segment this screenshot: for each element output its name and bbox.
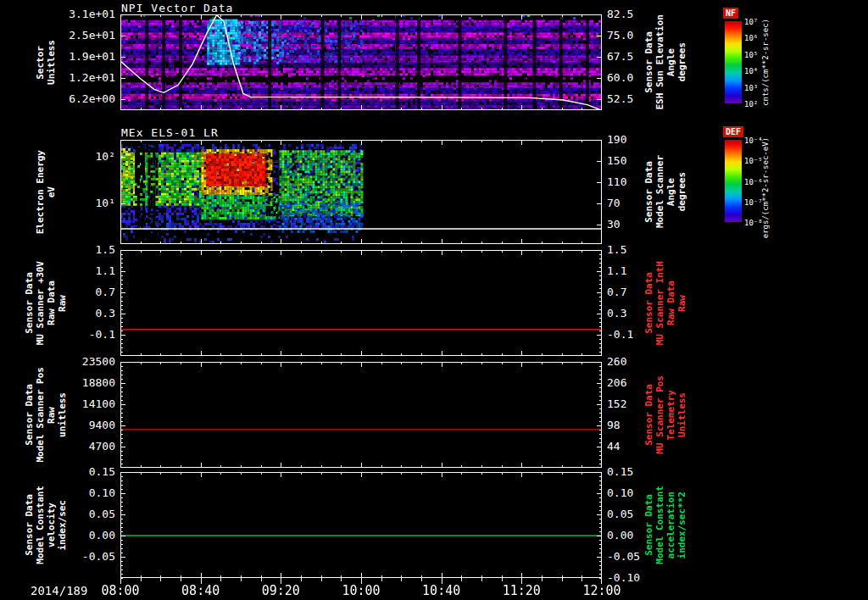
panel4-left-tick: 9400 (89, 419, 115, 431)
nf-colorbar-tick: 10⁵ (744, 51, 758, 59)
panel2-left-axis-label: Electron EnergyeV (22, 140, 70, 244)
def-colorbar-tick: 10⁻⁷ (744, 198, 763, 207)
def-colorbar-tick: 10⁻⁶ (744, 178, 763, 186)
panel5-right-axis-label: Sensor DataModel Constantaccelerationind… (639, 472, 692, 578)
panel2-right-axis-label: Sensor DataModel ScannerAngledegrees (639, 140, 692, 244)
x-axis-tick: 09:20 (262, 583, 300, 598)
model-constant-line-plot (120, 472, 602, 585)
x-axis-tick: 08:00 (101, 583, 139, 598)
panel4-right-tick: 152 (607, 397, 626, 410)
x-axis-tick: 10:40 (422, 583, 460, 598)
panel3-left-tick: 0.7 (96, 286, 115, 298)
panel5-left-axis-label-line: velocity (46, 503, 57, 547)
panel4-right-axis-label-line: Sensor Data (643, 384, 654, 446)
panel3-right-tick: 0.7 (607, 286, 626, 298)
panel5-right-axis-label-line: index/sec**2 (676, 492, 687, 558)
panel4-left-axis-label-line: Sensor Data (24, 384, 35, 446)
panel2-left-axis-label-line: eV (46, 186, 57, 197)
panel5-right-tick: -0.05 (607, 550, 640, 563)
panel3-left-axis-label: Sensor DataMU Scanner +30VRaw DataRaw (22, 250, 70, 356)
panel2-left-tick: 10¹ (96, 197, 115, 209)
panel3-right-tick: 0.3 (607, 307, 626, 319)
panel2-right-axis-label-line: degrees (676, 172, 687, 211)
panel4-left-tick: 18800 (82, 376, 115, 389)
panel1-left-tick: 2.5e+01 (69, 29, 115, 42)
panel1-right-axis-label-line: Angle (665, 48, 676, 76)
panel1-right-tick: 75.0 (607, 29, 633, 42)
panel4-right-axis-label: Sensor DataMU Scanner PosTelemetryUnitle… (639, 362, 692, 468)
panel2-right-tick: 110 (607, 175, 626, 188)
panel3-right-axis-label-line: Raw (676, 295, 687, 312)
def-colorbar-units: ergs/(cm**2-sr-sec-eV) (761, 137, 770, 238)
panel1-left-tick: 1.9e+01 (69, 50, 115, 63)
panel5-left-tick: 0.00 (89, 529, 115, 542)
panel3-right-tick: -0.1 (607, 328, 633, 341)
scanner-pos-line-plot (120, 362, 602, 468)
nf-colorbar-chip: NF (723, 8, 738, 19)
panel4-right-tick: 260 (607, 355, 626, 368)
panel2-right-tick: 70 (607, 197, 620, 209)
x-axis-tick: 11:20 (503, 583, 541, 598)
panel4-right-axis-label-line: MU Scanner Pos (654, 375, 665, 454)
panel4-right-tick: 98 (607, 419, 620, 431)
panel5-left-axis-label-line: index/sec (57, 500, 68, 551)
nf-colorbar-tick: 10³ (744, 84, 758, 92)
panel1-right-axis-label-line: degrees (676, 42, 687, 81)
panel3-left-axis-label-line: Sensor Data (24, 272, 35, 334)
panel5-left-tick: 0.10 (89, 486, 115, 499)
panel1-left-tick: 6.2e+00 (69, 92, 115, 105)
panel2-right-tick: 30 (607, 218, 620, 231)
panel4-left-axis-label-line: unitless (57, 392, 68, 437)
panel1-left-tick: 3.1e+01 (69, 8, 115, 20)
panel1-left-axis-label-line: Unitless (46, 40, 57, 85)
def-colorbar-tick: 10⁻⁵ (744, 157, 763, 165)
panel2-right-axis-label-line: Angle (665, 178, 676, 206)
panel4-left-tick: 14100 (82, 397, 115, 410)
x-axis-tick: 10:00 (342, 583, 380, 598)
panel1-left-tick: 1.2e+01 (69, 71, 115, 84)
panel1-right-axis-label: Sensor DataESH Sun ElevationAngledegrees (639, 14, 692, 110)
panel3-left-axis-label-line: MU Scanner +30V (35, 261, 46, 345)
panel5-right-tick: 0.00 (607, 529, 633, 542)
panel3-right-axis-label: Sensor DataMU Scanner IntHRaw DataRaw (639, 250, 692, 356)
panel5-left-tick: -0.05 (82, 550, 115, 563)
nf-colorbar-tick: 10² (744, 100, 758, 108)
spacecraft-data-plot-screen: NPI Vector Data MEx ELS-01 LR 3.1e+012.5… (0, 0, 868, 600)
def-colorbar (725, 140, 742, 222)
npi-spectrogram-plot (120, 14, 602, 110)
panel2-right-axis-label-line: Sensor Data (643, 161, 654, 223)
panel5-left-axis-label-line: Sensor Data (24, 494, 35, 556)
panel3-left-tick: 0.3 (96, 307, 115, 319)
date-label: 2014/189 (31, 584, 87, 597)
panel3-right-axis-label-line: MU Scanner IntH (654, 261, 665, 345)
nf-colorbar-tick: 10⁴ (744, 67, 758, 75)
panel1-right-tick: 60.0 (607, 71, 633, 84)
panel1-right-axis-label-line: Sensor Data (643, 31, 654, 93)
panel3-left-tick: 1.5 (96, 243, 115, 256)
panel3-left-axis-label-line: Raw (57, 295, 68, 312)
panel5-right-axis-label-line: Model Constant (654, 486, 665, 564)
panel3-right-tick: 1.1 (607, 264, 626, 277)
panel1-right-tick: 67.5 (607, 50, 633, 63)
nf-colorbar-units: cnts/(cm**2-sr-sec) (761, 19, 770, 106)
panel1-right-tick: 82.5 (607, 8, 633, 20)
panel2-right-tick: 150 (607, 154, 626, 167)
panel3-left-axis-label-line: Raw Data (46, 281, 57, 325)
def-colorbar-chip: DEF (723, 126, 743, 137)
panel5-right-tick: 0.05 (607, 508, 633, 520)
panel2-left-tick: 10² (96, 150, 115, 163)
panel4-right-tick: 44 (607, 440, 620, 453)
def-colorbar-tick: 10⁻⁸ (744, 219, 763, 227)
panel4-right-axis-label-line: Unitless (676, 392, 687, 437)
panel2-left-axis-label-line: Electron Energy (35, 150, 46, 234)
nf-colorbar-tick: 10⁷ (744, 18, 758, 26)
panel3-right-tick: 1.5 (607, 243, 626, 256)
panel1-right-tick: 52.5 (607, 92, 633, 105)
panel4-left-tick: 23500 (82, 355, 115, 368)
panel5-left-tick: 0.15 (89, 465, 115, 478)
panel3-right-axis-label-line: Raw Data (665, 281, 676, 325)
panel5-right-tick: 0.15 (607, 465, 633, 478)
x-axis-tick: 08:40 (181, 583, 220, 598)
panel3-right-axis-label-line: Sensor Data (643, 272, 654, 334)
panel4-right-axis-label-line: Telemetry (665, 390, 676, 441)
